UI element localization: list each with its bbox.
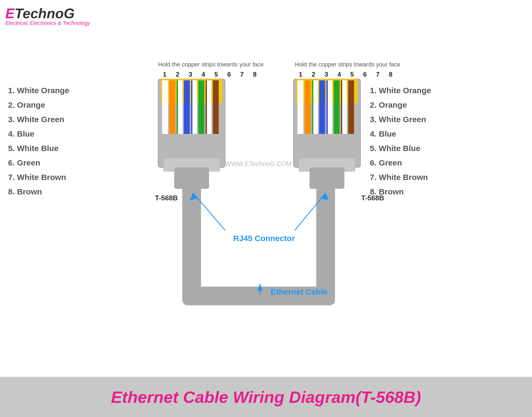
- left-label-8: 8. Brown: [8, 187, 42, 196]
- right-wire-8: [348, 80, 354, 134]
- left-label-6: 6. Green: [8, 158, 40, 167]
- right-wire-5b: [326, 80, 328, 134]
- logo-e: E: [5, 6, 15, 21]
- left-wire-2: [169, 80, 175, 134]
- right-cable-vertical: [316, 187, 335, 300]
- right-wire-1: [297, 80, 303, 134]
- right-pin-numbers: 1 2 3 4 5 6 7 8: [299, 71, 396, 78]
- left-label-4: 4. Blue: [8, 129, 34, 138]
- logo-technog: TechnoG: [15, 6, 75, 21]
- left-wire-3b: [177, 80, 178, 134]
- left-wire-8: [213, 80, 219, 134]
- logo-subtitle: Electrical, Electronics & Technology: [5, 20, 90, 26]
- right-wire-3b: [312, 80, 313, 134]
- left-wire-1: [162, 80, 168, 134]
- left-connector-exit: [174, 167, 209, 189]
- left-wire-4: [184, 80, 190, 134]
- left-label-5: 5. White Blue: [8, 144, 58, 153]
- left-wire-5b: [191, 80, 192, 134]
- left-instruction: Hold the copper strips towards your face: [158, 61, 264, 68]
- main-diagram: Hold the copper strips towards your face…: [0, 27, 532, 402]
- right-wire-4: [319, 80, 325, 134]
- left-label-1: 1. White Orange: [8, 86, 69, 95]
- left-cable-vertical: [182, 187, 201, 300]
- footer-title: Ethernet Cable Wiring Diagram(T-568B): [111, 388, 421, 407]
- logo-area: ETechnoG Electrical, Electronics & Techn…: [5, 5, 90, 26]
- right-t568b-label: T-568B: [361, 194, 384, 202]
- right-connector-exit: [310, 167, 344, 189]
- logo-text: ETechnoG: [5, 5, 90, 21]
- left-label-2: 2. Orange: [8, 100, 45, 109]
- right-wire-7b: [341, 80, 342, 134]
- ethernet-label: Ethernet Cable: [271, 287, 328, 296]
- right-label-3: 3. White Green: [370, 115, 426, 124]
- left-wire-6: [198, 80, 204, 134]
- rj45-label: RJ45 Connector: [233, 234, 295, 243]
- right-label-6: 6. Green: [370, 158, 402, 167]
- right-label-5: 5. White Blue: [370, 144, 420, 153]
- left-wire-7b: [206, 80, 207, 134]
- left-t568b-label: T-568B: [155, 194, 178, 202]
- right-label-2: 2. Orange: [370, 100, 407, 109]
- right-label-7: 7. White Brown: [370, 173, 428, 182]
- page: ETechnoG Electrical, Electronics & Techn…: [0, 0, 532, 417]
- footer-banner: Ethernet Cable Wiring Diagram(T-568B): [0, 377, 532, 417]
- left-pin-numbers: 1 2 3 4 5 6 7 8: [163, 71, 260, 78]
- right-label-4: 4. Blue: [370, 129, 396, 138]
- right-instruction: Hold the copper strips towards your face: [295, 61, 400, 68]
- right-wire-2: [305, 80, 311, 134]
- right-wire-6: [334, 80, 340, 134]
- left-label-7: 7. White Brown: [8, 173, 66, 182]
- left-label-3: 3. White Green: [8, 115, 64, 124]
- watermark: WWW.ETechnoG.COM: [225, 160, 292, 167]
- right-label-1: 1. White Orange: [370, 86, 431, 95]
